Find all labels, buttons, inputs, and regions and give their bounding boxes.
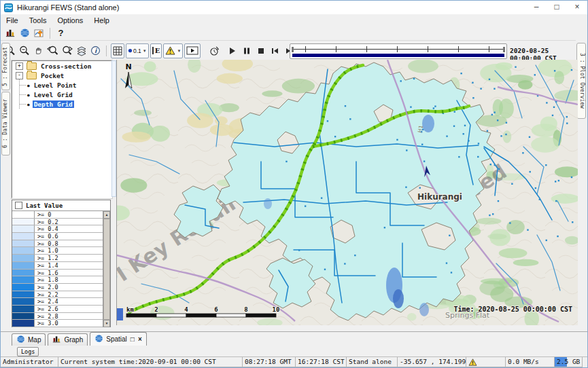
map-display-button[interactable] bbox=[18, 26, 32, 40]
grid-icon bbox=[113, 46, 122, 56]
legend-row: >= 0.4 bbox=[12, 225, 103, 233]
svg-text:N: N bbox=[125, 62, 131, 71]
help-button[interactable]: ? bbox=[54, 26, 68, 40]
zoom-next-button[interactable] bbox=[60, 43, 74, 58]
menu-tools[interactable]: Tools bbox=[24, 16, 52, 25]
timeline-slider[interactable] bbox=[290, 43, 507, 59]
tab-close-icon[interactable]: × bbox=[138, 335, 142, 343]
app-icon bbox=[4, 3, 13, 12]
tree-connector bbox=[19, 104, 26, 105]
threshold-dropdown[interactable]: 0.1 ▼ bbox=[126, 43, 149, 58]
scroll-up-icon[interactable]: ▲ bbox=[103, 211, 110, 219]
status-gmt-time: 08:27:18 GMT bbox=[242, 357, 296, 367]
chart-display-button[interactable] bbox=[3, 26, 18, 40]
tree-item-depth-grid[interactable]: ●Depth Grid bbox=[12, 100, 111, 109]
tree-item-level-point[interactable]: ●Level Point bbox=[12, 81, 111, 90]
tree-item-label: Pocket bbox=[39, 72, 65, 79]
legend-swatch bbox=[12, 320, 35, 327]
legend-row: >= 1.2 bbox=[12, 255, 103, 262]
legend-scrollbar[interactable]: ▲ ▼ bbox=[103, 211, 110, 327]
bar-chart-icon bbox=[5, 28, 16, 38]
grid-button[interactable] bbox=[111, 43, 124, 58]
maximize-button[interactable]: □ bbox=[547, 1, 567, 14]
svg-text:!: ! bbox=[169, 48, 172, 55]
layers-button[interactable] bbox=[74, 43, 88, 58]
legend-swatch bbox=[12, 219, 35, 225]
zoom-previous-icon bbox=[47, 45, 58, 56]
legend-swatch bbox=[12, 240, 35, 247]
first-frame-button[interactable] bbox=[268, 43, 282, 58]
last-value-label: Last Value bbox=[26, 202, 63, 209]
tab-map[interactable]: Map bbox=[12, 333, 46, 346]
legend-row-label: >= 2.8 bbox=[35, 313, 58, 320]
minimize-button[interactable]: – bbox=[526, 1, 547, 14]
map-canvas[interactable]: API Key Required API Key Required bbox=[116, 60, 578, 325]
warning-dropdown[interactable]: ! ▼ bbox=[163, 43, 183, 58]
tab-graph[interactable]: Graph bbox=[48, 333, 88, 346]
map-time-label: Time: 2020-08-25 00:00:00 CST bbox=[453, 306, 572, 313]
timer-clock-icon bbox=[209, 45, 220, 56]
animation-player-icon bbox=[186, 46, 198, 55]
status-net-speed: 0.0 MB/s bbox=[505, 357, 555, 367]
legend-swatch bbox=[12, 291, 35, 298]
bottom-tab-bar: MapGraphSpatial□× bbox=[1, 331, 587, 346]
tree-item-level-grid[interactable]: ●Level Grid bbox=[12, 90, 111, 99]
help-icon: ? bbox=[58, 28, 64, 38]
timeseries-display-button[interactable] bbox=[32, 26, 46, 40]
play-icon bbox=[228, 47, 237, 55]
tree-item-pocket[interactable]: -Pocket bbox=[12, 71, 111, 80]
legend-row-label: >= 1.6 bbox=[35, 270, 58, 276]
zoom-previous-button[interactable] bbox=[46, 43, 60, 58]
info-icon: i bbox=[90, 45, 101, 56]
tree-expander-icon[interactable]: - bbox=[16, 72, 23, 79]
zoom-next-icon bbox=[61, 45, 73, 56]
warning-icon: ! bbox=[165, 46, 175, 55]
tree-expander-icon[interactable]: + bbox=[16, 62, 23, 70]
legend-scroll-thumb[interactable] bbox=[103, 219, 110, 320]
last-value-checkbox[interactable] bbox=[15, 202, 22, 209]
timeline-end-handle[interactable] bbox=[503, 47, 505, 52]
title-bar: Hikurangi FEWS (Stand alone) – □ × bbox=[1, 1, 587, 14]
side-tab-3-plot-overview[interactable]: 3 : Plot Overview bbox=[576, 43, 586, 119]
menu-file[interactable]: File bbox=[1, 16, 24, 25]
elevation-button[interactable]: E bbox=[150, 43, 162, 58]
animation-button[interactable] bbox=[184, 43, 201, 58]
legend-swatch bbox=[12, 306, 35, 312]
tab-maximize-icon[interactable]: □ bbox=[131, 335, 135, 343]
side-tab-6-data-viewer[interactable]: 6 : Data Viewer bbox=[1, 92, 10, 155]
legend-row: >= 1.6 bbox=[12, 270, 103, 277]
status-warning[interactable]: ! bbox=[466, 357, 506, 367]
svg-text:km: km bbox=[126, 306, 134, 313]
left-tab-strip: 5 : Forecast6 : Data Viewer bbox=[1, 41, 10, 357]
pan-button[interactable] bbox=[31, 43, 46, 58]
legend-row-label: >= 2.0 bbox=[35, 284, 58, 291]
tab-label: Spatial bbox=[106, 335, 127, 343]
timer-button[interactable] bbox=[207, 43, 221, 58]
menu-options[interactable]: Options bbox=[52, 16, 88, 25]
stop-icon bbox=[257, 47, 265, 55]
stop-button[interactable] bbox=[254, 43, 268, 58]
tree-item-cross-section[interactable]: +Cross-section bbox=[12, 62, 111, 71]
legend-row-label: >= 1.0 bbox=[35, 247, 58, 254]
svg-text:!: ! bbox=[472, 360, 474, 366]
close-button[interactable]: × bbox=[567, 1, 587, 14]
zoom-out-button[interactable] bbox=[17, 43, 31, 58]
globe-icon bbox=[20, 28, 30, 38]
svg-text:4: 4 bbox=[184, 306, 188, 313]
tab-spatial[interactable]: Spatial□× bbox=[90, 332, 146, 346]
tab-label: Map bbox=[28, 336, 41, 344]
pause-button[interactable] bbox=[239, 43, 254, 58]
menu-help[interactable]: Help bbox=[88, 16, 115, 25]
side-tab-5-forecast[interactable]: 5 : Forecast bbox=[1, 43, 10, 90]
logs-button[interactable]: Logs bbox=[17, 347, 39, 356]
play-button[interactable] bbox=[225, 43, 239, 58]
legend-row-label: >= 0.8 bbox=[35, 240, 58, 247]
tree-scrollbar[interactable] bbox=[111, 60, 116, 197]
legend-panel: Last Value >= 0>= 0.2>= 0.4>= 0.6>= 0.8>… bbox=[12, 200, 111, 327]
info-button[interactable]: i bbox=[88, 43, 103, 58]
legend-swatch bbox=[12, 225, 35, 232]
scroll-down-icon[interactable]: ▼ bbox=[103, 320, 110, 327]
timeline-start-handle[interactable] bbox=[292, 47, 294, 52]
tree-item-label: Depth Grid bbox=[33, 100, 74, 108]
warning-icon: ! bbox=[468, 358, 477, 366]
